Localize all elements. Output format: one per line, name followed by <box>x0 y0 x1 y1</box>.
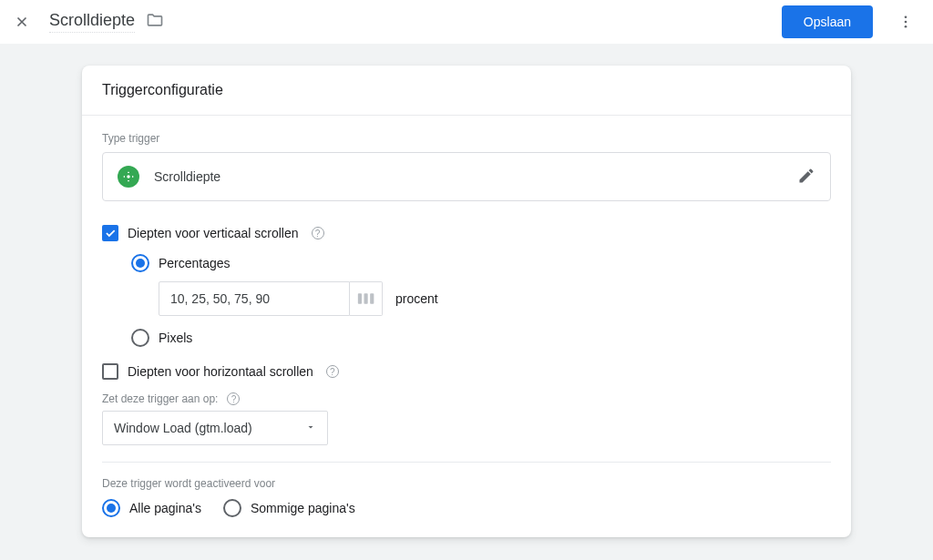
svg-rect-5 <box>364 293 367 304</box>
vertical-scroll-label: Diepten voor verticaal scrollen <box>128 226 299 240</box>
save-button[interactable]: Opslaan <box>782 5 873 38</box>
help-icon[interactable]: ? <box>326 365 339 378</box>
page-title[interactable]: Scrolldiepte <box>49 11 135 33</box>
folder-icon[interactable] <box>146 11 164 32</box>
svg-point-2 <box>905 25 907 27</box>
help-icon[interactable]: ? <box>312 227 324 239</box>
percentages-radio[interactable] <box>131 254 149 272</box>
config-card: Triggerconfiguratie Type trigger Scrolld… <box>82 66 851 537</box>
help-icon[interactable]: ? <box>227 392 240 405</box>
enable-on-value: Window Load (gtm.load) <box>114 421 252 435</box>
svg-rect-6 <box>370 293 374 304</box>
some-pages-radio[interactable] <box>223 499 241 517</box>
svg-point-3 <box>127 175 130 178</box>
vertical-scroll-checkbox[interactable] <box>102 225 118 241</box>
topbar: Scrolldiepte Opslaan <box>0 0 933 44</box>
percentages-label: Percentages <box>159 256 231 270</box>
all-pages-radio[interactable] <box>102 499 120 517</box>
percentages-radio-row: Percentages <box>131 254 831 272</box>
svg-point-0 <box>905 15 907 18</box>
enable-on-label-row: Zet deze trigger aan op: ? <box>102 392 831 405</box>
type-trigger-label: Type trigger <box>102 132 831 145</box>
horizontal-scroll-checkbox-row: Diepten voor horizontaal scrollen ? <box>102 363 831 380</box>
pixels-radio[interactable] <box>131 329 149 347</box>
percentages-input[interactable] <box>159 281 350 316</box>
svg-point-1 <box>905 20 907 23</box>
pixels-label: Pixels <box>159 331 192 345</box>
percent-unit: procent <box>395 291 438 306</box>
enable-on-select[interactable]: Window Load (gtm.load) <box>102 411 328 445</box>
svg-rect-4 <box>357 293 361 304</box>
close-icon[interactable] <box>11 11 33 33</box>
all-pages-label: Alle pagina's <box>129 501 201 515</box>
enable-on-label: Zet deze trigger aan op: <box>102 392 218 405</box>
horizontal-scroll-label: Diepten voor horizontaal scrollen <box>128 364 313 379</box>
activation-label: Deze trigger wordt geactiveerd voor <box>102 477 831 490</box>
all-pages-radio-row: Alle pagina's <box>102 499 201 517</box>
card-title: Triggerconfiguratie <box>82 66 851 116</box>
trigger-type-selector[interactable]: Scrolldiepte <box>102 152 831 201</box>
trigger-type-name: Scrolldiepte <box>154 169 220 184</box>
some-pages-radio-row: Sommige pagina's <box>223 499 355 517</box>
edit-icon[interactable] <box>797 167 815 188</box>
variable-picker-icon[interactable] <box>350 281 383 316</box>
chevron-down-icon <box>305 421 316 435</box>
scroll-depth-icon <box>118 166 139 188</box>
vertical-scroll-checkbox-row: Diepten voor verticaal scrollen ? <box>102 225 831 241</box>
title-wrap: Scrolldiepte <box>49 11 164 33</box>
more-menu-icon[interactable] <box>889 5 922 38</box>
some-pages-label: Sommige pagina's <box>251 501 355 515</box>
horizontal-scroll-checkbox[interactable] <box>102 363 118 380</box>
pixels-radio-row: Pixels <box>131 329 831 347</box>
